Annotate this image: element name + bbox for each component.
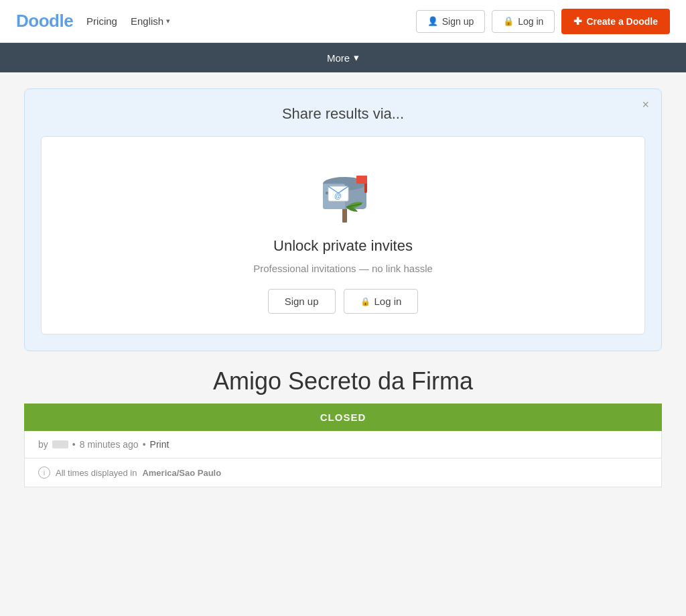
- closed-banner: CLOSED: [24, 404, 662, 431]
- doodle-meta: by • 8 minutes ago • Print: [24, 431, 662, 458]
- header-right: 👤 Sign up 🔒 Log in ✚ Create a Doodle: [416, 9, 670, 34]
- meta-time: 8 minutes ago: [80, 439, 139, 450]
- logo[interactable]: Doodle: [16, 11, 73, 32]
- inner-login-button[interactable]: 🔒 Log in: [344, 289, 419, 314]
- signup-button[interactable]: 👤 Sign up: [416, 10, 485, 33]
- inner-card-heading: Unlock private invites: [273, 237, 413, 255]
- timezone-location: America/Sao Paulo: [142, 468, 221, 478]
- header: Doodle Pricing English ▾ 👤 Sign up 🔒 Log…: [0, 0, 686, 43]
- close-button[interactable]: ×: [642, 99, 649, 111]
- person-icon: 👤: [427, 16, 438, 26]
- svg-rect-6: [356, 176, 367, 184]
- inner-card-subtext: Professional invitations — no link hassl…: [253, 263, 433, 274]
- nav-pricing[interactable]: Pricing: [86, 15, 117, 27]
- inner-lock-icon: 🔒: [360, 297, 370, 306]
- meta-separator-2: •: [143, 439, 146, 450]
- meta-separator-1: •: [72, 439, 76, 450]
- inner-card-actions: Sign up 🔒 Log in: [268, 289, 419, 314]
- timezone-note: i All times displayed in America/Sao Pau…: [24, 458, 662, 487]
- inner-card: @ Unlock private invites Professional in…: [41, 136, 645, 334]
- doodle-section: Amigo Secreto da Firma CLOSED by • 8 min…: [24, 367, 662, 487]
- inner-login-label: Log in: [374, 296, 402, 307]
- login-label: Log in: [518, 16, 543, 27]
- svg-text:@: @: [334, 192, 342, 200]
- signup-label: Sign up: [442, 16, 474, 27]
- nav-language[interactable]: English ▾: [131, 15, 170, 27]
- info-icon: i: [38, 467, 50, 479]
- login-button[interactable]: 🔒 Log in: [492, 10, 555, 33]
- language-label: English: [131, 15, 163, 27]
- print-link[interactable]: Print: [150, 439, 169, 450]
- plus-icon: ✚: [573, 15, 582, 27]
- main-content: × Share results via...: [8, 72, 678, 503]
- more-label: More: [327, 52, 350, 64]
- language-chevron-icon: ▾: [166, 17, 170, 25]
- header-left: Doodle Pricing English ▾: [16, 11, 170, 32]
- mailbox-illustration: @: [310, 164, 376, 224]
- timezone-prefix: All times displayed in: [56, 468, 137, 478]
- create-label: Create a Doodle: [586, 16, 658, 27]
- more-chevron-icon: ▾: [354, 52, 359, 64]
- share-card-title: Share results via...: [41, 105, 645, 123]
- user-avatar: [52, 440, 68, 448]
- meta-by: by: [38, 439, 48, 450]
- subnav: More ▾: [0, 43, 686, 72]
- subnav-more[interactable]: More ▾: [327, 52, 359, 64]
- create-doodle-button[interactable]: ✚ Create a Doodle: [561, 9, 670, 34]
- doodle-title: Amigo Secreto da Firma: [24, 367, 662, 395]
- inner-signup-button[interactable]: Sign up: [268, 289, 336, 314]
- share-card: × Share results via...: [24, 88, 662, 351]
- lock-icon: 🔒: [503, 16, 514, 26]
